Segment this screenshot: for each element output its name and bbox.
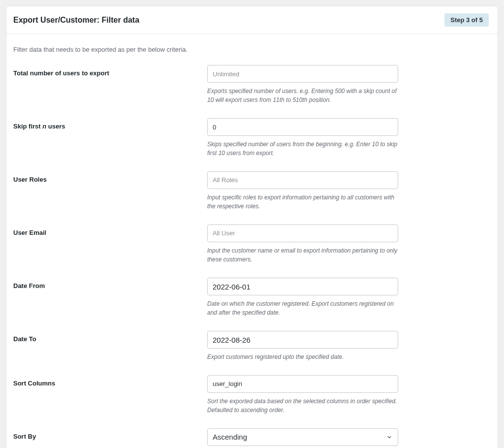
user-roles-input[interactable]: All Roles (207, 171, 398, 189)
export-filter-card: Export User/Customer: Filter data Step 3… (6, 6, 498, 448)
label-date-from: Date From (13, 278, 207, 289)
help-skip-users: Skips specified number of users from the… (207, 140, 398, 158)
label-sort-columns: Sort Columns (13, 375, 207, 387)
label-skip-users: Skip first n users (13, 118, 207, 130)
row-user-email: User Email All User Input the customer n… (13, 224, 491, 264)
row-sort-columns: Sort Columns user_login Sort the exporte… (13, 375, 491, 415)
help-user-roles: Input specific roles to export informati… (207, 193, 398, 211)
user-email-input[interactable]: All User (207, 224, 398, 242)
skip-users-input[interactable] (207, 118, 398, 136)
label-total-users: Total number of users to export (13, 65, 207, 77)
row-date-from: Date From Date on which the customer reg… (13, 278, 491, 317)
label-user-roles: User Roles (13, 171, 207, 183)
label-date-to: Date To (13, 331, 207, 343)
page-title: Export User/Customer: Filter data (13, 16, 139, 25)
label-user-email: User Email (13, 224, 207, 236)
card-header: Export User/Customer: Filter data Step 3… (6, 6, 498, 34)
row-total-users: Total number of users to export Exports … (13, 65, 491, 104)
label-sort-by: Sort By (13, 428, 207, 440)
help-sort-columns: Sort the exported data based on the sele… (207, 397, 398, 415)
step-badge: Step 3 of 5 (444, 13, 489, 27)
row-skip-users: Skip first n users Skips specified numbe… (13, 118, 491, 158)
row-sort-by: Sort By Ascending Defaulted to Ascending… (13, 428, 491, 448)
help-total-users: Exports specified number of users. e.g. … (207, 87, 398, 104)
sort-by-select[interactable]: Ascending (207, 428, 398, 446)
sort-columns-input[interactable]: user_login (207, 375, 398, 393)
row-date-to: Date To Export customers registered upto… (13, 331, 491, 361)
help-date-from: Date on which the customer registered. E… (207, 299, 398, 317)
row-user-roles: User Roles All Roles Input specific role… (13, 171, 491, 211)
sort-by-value: Ascending (213, 432, 247, 442)
help-date-to: Export customers registered upto the spe… (207, 352, 398, 361)
date-from-input[interactable] (207, 278, 398, 295)
card-body: Filter data that needs to be exported as… (6, 34, 498, 448)
total-users-input[interactable] (207, 65, 398, 83)
date-to-input[interactable] (207, 331, 398, 349)
filter-description: Filter data that needs to be exported as… (13, 46, 491, 53)
help-user-email: Input the customer name or email to expo… (207, 246, 398, 264)
chevron-down-icon (386, 434, 393, 441)
